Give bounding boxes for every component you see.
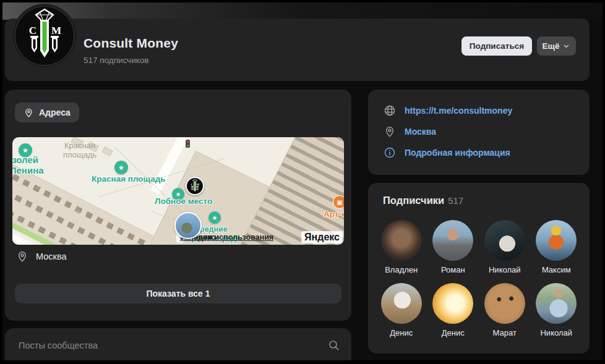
follower-name: Николай [489, 265, 521, 274]
more-button[interactable]: Ещё [537, 36, 576, 56]
community-header: Consult Money 517 подписчиков Подписатьс… [5, 19, 590, 81]
community-logo-icon [187, 178, 203, 194]
details-link: Подробная информация [405, 148, 510, 158]
followers-header[interactable]: Подписчики517 [383, 195, 463, 206]
page: Consult Money 517 подписчиков Подписатьс… [2, 2, 603, 360]
map-star-marker-red-square: ★ [114, 161, 128, 174]
community-avatar[interactable] [14, 5, 75, 67]
address-city-row: Москва [16, 250, 67, 263]
map-label-art: Арт-к [324, 210, 344, 219]
info-icon [384, 146, 396, 159]
city-link: Москва [405, 127, 436, 137]
map-marker-art: ▣ [333, 195, 344, 209]
map-label-lobnoye: Лобное место [155, 197, 212, 206]
avatar [381, 283, 422, 324]
followers-count: 517 [448, 195, 463, 206]
links-card: https://t.me/consultmoney Москва Подробн… [368, 90, 590, 175]
pin-icon [16, 250, 28, 263]
map-label-square-line2: площадь [63, 150, 97, 159]
link-row-details[interactable]: Подробная информация [368, 142, 590, 163]
follower-item[interactable]: Владлен [375, 218, 427, 277]
avatar [432, 283, 473, 324]
more-button-label: Ещё [543, 41, 560, 51]
follower-name: Денис [442, 328, 465, 337]
address-city-label: Москва [36, 252, 67, 261]
follower-item[interactable]: Николай [479, 218, 531, 277]
link-row-website[interactable]: https://t.me/consultmoney [368, 100, 590, 121]
chevron-down-icon [562, 42, 570, 50]
map-community-marker[interactable] [186, 177, 204, 195]
avatar [536, 283, 577, 324]
website-link: https://t.me/consultmoney [405, 106, 512, 116]
follower-item[interactable]: Максим [531, 218, 583, 277]
followers-title: Подписчики [383, 195, 444, 206]
community-title: Consult Money [84, 36, 178, 51]
avatar [432, 220, 473, 261]
follower-item[interactable]: Денис [427, 281, 479, 340]
follower-item[interactable]: Денис [375, 281, 427, 340]
cover-banner [2, 2, 603, 20]
followers-card: Подписчики517 Владлен Роман Николай Макс… [368, 183, 590, 353]
subscribe-button[interactable]: Подписаться [461, 36, 532, 56]
follower-name: Владлен [385, 265, 418, 274]
yandex-logo[interactable]: Яндекс [301, 231, 343, 243]
map-label-mausoleum-line1: взолей [12, 154, 38, 165]
addresses-pill-button[interactable]: Адреса [15, 103, 79, 122]
follower-item[interactable]: Марат [479, 281, 531, 340]
followers-grid: Владлен Роман Николай Максим Денис Денис [375, 218, 582, 340]
pin-icon [384, 125, 396, 138]
map-label-square-line1: Красная [64, 141, 95, 150]
map-star-marker-sredniye: ★ [208, 211, 221, 224]
posts-search-card [5, 328, 351, 360]
search-icon[interactable] [328, 339, 340, 352]
map-label-red-square: Красная площадь [92, 174, 166, 184]
addresses-label: Адреса [39, 108, 71, 117]
avatar [536, 220, 577, 261]
avatar [381, 220, 422, 261]
follower-name: Максим [542, 265, 571, 274]
map-label-mausoleum-line2: Ленина [12, 165, 44, 176]
avatar [484, 220, 525, 261]
map-building-small [102, 146, 113, 156]
follower-item[interactable]: Николай [531, 281, 583, 340]
follower-name: Роман [441, 265, 465, 274]
map-photo-marker-monument [174, 212, 202, 239]
map-traffic-light-icon [186, 140, 190, 148]
show-all-addresses-button[interactable]: Показать все 1 [15, 284, 341, 303]
link-row-city[interactable]: Москва [368, 121, 590, 142]
pin-icon [24, 108, 34, 118]
globe-icon [384, 104, 396, 117]
subscribers-count[interactable]: 517 подписчиков [84, 56, 148, 65]
map-label-building-number: 9 [76, 208, 80, 215]
follower-name: Денис [390, 328, 413, 337]
follower-item[interactable]: Роман [427, 218, 479, 277]
community-logo-icon [14, 5, 75, 67]
follower-name: Николай [540, 328, 572, 337]
avatar [484, 283, 525, 324]
follower-name: Марат [493, 328, 517, 337]
yandex-map[interactable]: ★ взолей Ленина Красная площадь ★ Красна… [12, 137, 344, 245]
posts-search-input[interactable] [5, 328, 351, 360]
addresses-card: Адреса ★ взолей Ленина К [5, 90, 351, 321]
